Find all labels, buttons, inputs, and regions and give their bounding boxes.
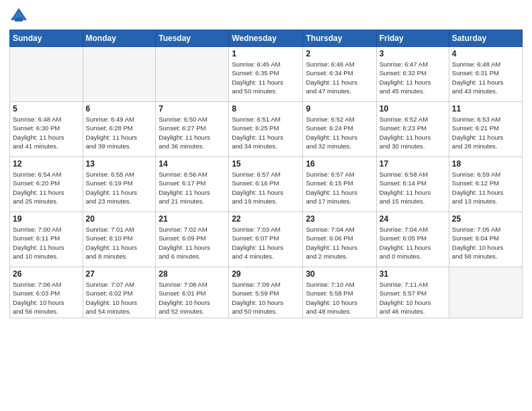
day-info: Sunrise: 7:06 AMSunset: 6:03 PMDaylight:… <box>13 280 80 316</box>
calendar-cell: 15Sunrise: 6:57 AMSunset: 6:16 PMDayligh… <box>229 157 303 212</box>
svg-rect-2 <box>15 17 23 21</box>
day-info: Sunrise: 6:56 AMSunset: 6:17 PMDaylight:… <box>159 170 226 205</box>
day-info: Sunrise: 7:02 AMSunset: 6:09 PMDaylight:… <box>159 225 226 261</box>
day-info: Sunrise: 6:47 AMSunset: 6:32 PMDaylight:… <box>380 60 446 95</box>
calendar-cell: 17Sunrise: 6:58 AMSunset: 6:14 PMDayligh… <box>376 157 449 212</box>
calendar-cell: 10Sunrise: 6:52 AMSunset: 6:23 PMDayligh… <box>376 102 449 157</box>
day-number: 1 <box>232 49 300 58</box>
calendar-cell: 9Sunrise: 6:52 AMSunset: 6:24 PMDaylight… <box>303 102 376 157</box>
day-info: Sunrise: 7:00 AMSunset: 6:11 PMDaylight:… <box>13 225 80 261</box>
day-info: Sunrise: 6:49 AMSunset: 6:28 PMDaylight:… <box>86 115 153 150</box>
calendar-cell: 25Sunrise: 7:05 AMSunset: 6:04 PMDayligh… <box>449 212 522 267</box>
day-number: 18 <box>452 159 519 169</box>
day-number: 10 <box>380 104 446 113</box>
day-number: 16 <box>306 159 373 169</box>
day-number: 28 <box>159 269 226 279</box>
day-info: Sunrise: 6:52 AMSunset: 6:24 PMDaylight:… <box>306 115 373 150</box>
day-number: 15 <box>232 159 300 169</box>
day-number: 3 <box>380 49 446 58</box>
day-info: Sunrise: 6:46 AMSunset: 6:34 PMDaylight:… <box>306 60 373 95</box>
calendar-cell: 26Sunrise: 7:06 AMSunset: 6:03 PMDayligh… <box>10 267 83 318</box>
header <box>9 7 523 26</box>
calendar-cell: 2Sunrise: 6:46 AMSunset: 6:34 PMDaylight… <box>303 47 376 102</box>
day-info: Sunrise: 6:57 AMSunset: 6:15 PMDaylight:… <box>306 170 373 205</box>
calendar-cell <box>83 47 156 102</box>
calendar-week-row: 5Sunrise: 6:48 AMSunset: 6:30 PMDaylight… <box>10 102 523 157</box>
day-number: 30 <box>306 269 373 279</box>
day-number: 20 <box>86 214 153 224</box>
day-info: Sunrise: 7:04 AMSunset: 6:06 PMDaylight:… <box>306 225 373 261</box>
calendar-cell: 13Sunrise: 6:55 AMSunset: 6:19 PMDayligh… <box>83 157 156 212</box>
day-number: 6 <box>86 104 153 113</box>
day-header-wednesday: Wednesday <box>229 30 303 47</box>
day-number: 24 <box>380 214 446 224</box>
day-number: 7 <box>159 104 226 113</box>
calendar-cell: 21Sunrise: 7:02 AMSunset: 6:09 PMDayligh… <box>156 212 229 267</box>
day-number: 12 <box>13 159 80 169</box>
day-info: Sunrise: 6:52 AMSunset: 6:23 PMDaylight:… <box>380 115 446 150</box>
calendar-container: SundayMondayTuesdayWednesdayThursdayFrid… <box>0 0 532 411</box>
day-info: Sunrise: 7:08 AMSunset: 6:01 PMDaylight:… <box>159 280 226 316</box>
day-number: 29 <box>232 269 300 279</box>
day-info: Sunrise: 7:09 AMSunset: 5:59 PMDaylight:… <box>232 280 300 316</box>
calendar-cell: 1Sunrise: 6:45 AMSunset: 6:35 PMDaylight… <box>229 47 303 102</box>
day-number: 17 <box>380 159 446 169</box>
day-info: Sunrise: 7:04 AMSunset: 6:05 PMDaylight:… <box>380 225 446 261</box>
calendar-cell: 20Sunrise: 7:01 AMSunset: 6:10 PMDayligh… <box>83 212 156 267</box>
day-number: 13 <box>86 159 153 169</box>
day-info: Sunrise: 6:48 AMSunset: 6:30 PMDaylight:… <box>13 115 80 150</box>
day-header-monday: Monday <box>83 30 156 47</box>
calendar-cell: 24Sunrise: 7:04 AMSunset: 6:05 PMDayligh… <box>376 212 449 267</box>
calendar-cell: 29Sunrise: 7:09 AMSunset: 5:59 PMDayligh… <box>229 267 303 318</box>
day-info: Sunrise: 7:07 AMSunset: 6:02 PMDaylight:… <box>86 280 153 316</box>
calendar-cell: 19Sunrise: 7:00 AMSunset: 6:11 PMDayligh… <box>10 212 83 267</box>
day-header-tuesday: Tuesday <box>156 30 229 47</box>
logo-icon <box>9 7 28 26</box>
day-info: Sunrise: 7:05 AMSunset: 6:04 PMDaylight:… <box>452 225 519 261</box>
calendar-table: SundayMondayTuesdayWednesdayThursdayFrid… <box>9 30 523 318</box>
day-info: Sunrise: 7:10 AMSunset: 5:58 PMDaylight:… <box>306 280 373 316</box>
day-number: 31 <box>380 269 446 279</box>
calendar-cell: 30Sunrise: 7:10 AMSunset: 5:58 PMDayligh… <box>303 267 376 318</box>
day-number: 11 <box>452 104 519 113</box>
calendar-cell: 28Sunrise: 7:08 AMSunset: 6:01 PMDayligh… <box>156 267 229 318</box>
day-info: Sunrise: 6:45 AMSunset: 6:35 PMDaylight:… <box>232 60 300 95</box>
calendar-cell <box>156 47 229 102</box>
day-info: Sunrise: 6:53 AMSunset: 6:21 PMDaylight:… <box>452 115 519 150</box>
calendar-cell: 7Sunrise: 6:50 AMSunset: 6:27 PMDaylight… <box>156 102 229 157</box>
calendar-week-row: 19Sunrise: 7:00 AMSunset: 6:11 PMDayligh… <box>10 212 523 267</box>
calendar-week-row: 12Sunrise: 6:54 AMSunset: 6:20 PMDayligh… <box>10 157 523 212</box>
day-header-thursday: Thursday <box>303 30 376 47</box>
day-number: 26 <box>13 269 80 279</box>
day-info: Sunrise: 7:03 AMSunset: 6:07 PMDaylight:… <box>232 225 300 261</box>
calendar-cell <box>10 47 83 102</box>
day-header-saturday: Saturday <box>449 30 522 47</box>
day-header-friday: Friday <box>376 30 449 47</box>
day-number: 5 <box>13 104 80 113</box>
day-info: Sunrise: 6:55 AMSunset: 6:19 PMDaylight:… <box>86 170 153 205</box>
day-info: Sunrise: 6:50 AMSunset: 6:27 PMDaylight:… <box>159 115 226 150</box>
calendar-cell: 3Sunrise: 6:47 AMSunset: 6:32 PMDaylight… <box>376 47 449 102</box>
day-info: Sunrise: 6:48 AMSunset: 6:31 PMDaylight:… <box>452 60 519 95</box>
day-number: 8 <box>232 104 300 113</box>
calendar-cell: 16Sunrise: 6:57 AMSunset: 6:15 PMDayligh… <box>303 157 376 212</box>
day-info: Sunrise: 6:57 AMSunset: 6:16 PMDaylight:… <box>232 170 300 205</box>
calendar-cell: 5Sunrise: 6:48 AMSunset: 6:30 PMDaylight… <box>10 102 83 157</box>
calendar-cell: 6Sunrise: 6:49 AMSunset: 6:28 PMDaylight… <box>83 102 156 157</box>
day-number: 23 <box>306 214 373 224</box>
day-info: Sunrise: 6:58 AMSunset: 6:14 PMDaylight:… <box>380 170 446 205</box>
calendar-cell: 4Sunrise: 6:48 AMSunset: 6:31 PMDaylight… <box>449 47 522 102</box>
day-number: 14 <box>159 159 226 169</box>
calendar-cell: 22Sunrise: 7:03 AMSunset: 6:07 PMDayligh… <box>229 212 303 267</box>
calendar-cell: 27Sunrise: 7:07 AMSunset: 6:02 PMDayligh… <box>83 267 156 318</box>
day-number: 27 <box>86 269 153 279</box>
calendar-cell: 18Sunrise: 6:59 AMSunset: 6:12 PMDayligh… <box>449 157 522 212</box>
logo <box>9 7 31 26</box>
day-header-sunday: Sunday <box>10 30 83 47</box>
calendar-cell: 23Sunrise: 7:04 AMSunset: 6:06 PMDayligh… <box>303 212 376 267</box>
calendar-header-row: SundayMondayTuesdayWednesdayThursdayFrid… <box>10 30 523 47</box>
day-info: Sunrise: 6:51 AMSunset: 6:25 PMDaylight:… <box>232 115 300 150</box>
day-number: 25 <box>452 214 519 224</box>
day-number: 19 <box>13 214 80 224</box>
day-info: Sunrise: 7:11 AMSunset: 5:57 PMDaylight:… <box>380 280 446 316</box>
